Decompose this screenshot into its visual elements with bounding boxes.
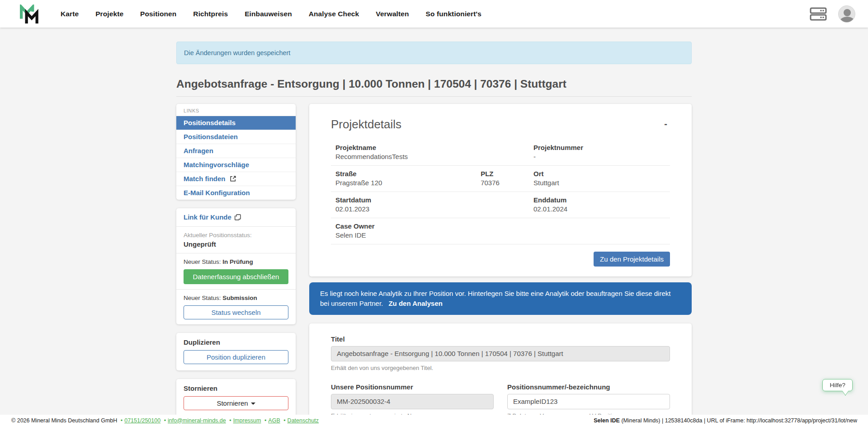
footer: © 2026 Mineral Minds Deutschland GmbH •0… [0, 415, 868, 426]
user-avatar[interactable] [838, 5, 855, 23]
sidebar-item-email-konfiguration[interactable]: E-Mail Konfiguration [176, 186, 296, 200]
mineral-minds-logo-icon[interactable] [20, 5, 41, 23]
next-status-prefix: Neuer Status: [184, 258, 222, 265]
server-stack-icon[interactable] [809, 7, 827, 21]
titel-input [331, 346, 670, 361]
footer-link-impressum[interactable]: Impressum [233, 417, 261, 424]
footer-user-name: Selen IDE [594, 417, 620, 424]
footer-link-email[interactable]: info@mineral-minds.de [168, 417, 226, 424]
avatar-head-icon [844, 9, 851, 16]
next-status-value: In Prüfung [222, 258, 253, 265]
footer-link-datenschutz[interactable]: Datenschutz [288, 417, 319, 424]
customer-link-label: Link für Kunde [184, 213, 231, 221]
field-value: Selen IDE [335, 231, 665, 239]
sidebar-item-label: Match finden [184, 175, 226, 183]
status-card: Link für Kunde Aktueller Positionsstatus… [176, 208, 296, 324]
position-number-input[interactable] [507, 394, 670, 409]
field-label: Projektnummer [533, 144, 665, 151]
avatar-body-icon [840, 17, 854, 23]
page-container: Die Änderungen wurden gespeichert Angebo… [176, 42, 692, 426]
footer-separator: • [164, 417, 166, 424]
footer-separator: • [264, 417, 266, 424]
nav-item-projekte[interactable]: Projekte [95, 10, 123, 18]
project-panel-title: Projektdetails [331, 117, 401, 131]
sidebar-item-match-finden[interactable]: Match finden [176, 172, 296, 186]
field-label: Case Owner [335, 222, 665, 230]
current-status-label: Aktueller Positionsstatus: [184, 232, 288, 239]
project-details-panel: Projektdetails - Projektname Recommendat… [309, 104, 692, 276]
project-row: Projektname RecommendationsTests Projekt… [331, 140, 670, 166]
nav-item-richtpreis[interactable]: Richtpreis [193, 10, 228, 18]
position-number-label: Positionsnummer/-bezeichnung [507, 383, 670, 391]
field-label: Projektname [335, 144, 533, 151]
next-status-line: Neuer Status: Submission [184, 295, 288, 301]
save-success-alert: Die Änderungen wurden gespeichert [176, 42, 692, 64]
footer-separator: • [229, 417, 231, 424]
external-link-icon [230, 175, 236, 182]
analytics-banner-text: Es liegt noch keine Analytik zu Ihrer Po… [320, 290, 670, 307]
alert-message: Die Änderungen wurden gespeichert [184, 49, 290, 56]
copy-icon [234, 214, 241, 221]
help-button[interactable]: Hilfe? [822, 379, 853, 391]
footer-link-agb[interactable]: AGB [268, 417, 280, 424]
field-value: - [533, 153, 665, 160]
nav-item-einbauweisen[interactable]: Einbauweisen [245, 10, 292, 18]
complete-data-entry-button[interactable]: Datenerfassung abschließen [184, 269, 288, 284]
page-title: Angebotsanfrage - Entsorgung | 10.000 To… [176, 78, 692, 97]
sidebar-item-positionsdetails[interactable]: Positionsdetails [176, 116, 296, 130]
field-value: Pragstraße 120 [335, 179, 481, 187]
field-value: RecommendationsTests [335, 153, 533, 160]
next-status-prefix: Neuer Status: [184, 295, 222, 301]
footer-separator: • [121, 417, 123, 424]
field-label: Straße [335, 170, 481, 178]
nav-item-positionen[interactable]: Positionen [140, 10, 176, 18]
sidebar-item-positionsdateien[interactable]: Positionsdateien [176, 130, 296, 144]
field-label: Ort [533, 170, 665, 178]
links-card: LINKS Positionsdetails Positionsdateien … [176, 104, 296, 200]
field-label: Enddatum [533, 196, 665, 204]
sidebar-item-anfragen[interactable]: Anfragen [176, 144, 296, 158]
main-column: Projektdetails - Projektname Recommendat… [309, 104, 692, 426]
main-nav: Karte Projekte Positionen Richtpreis Ein… [61, 10, 481, 18]
sidebar-item-label: Anfragen [184, 147, 213, 154]
nav-item-so-funktionierts[interactable]: So funktioniert's [426, 10, 481, 18]
sidebar-item-label: Matchingvorschläge [184, 161, 249, 169]
titel-label: Titel [331, 335, 670, 343]
position-form-panel: Titel Erhält den von uns vorgegebenen Ti… [309, 323, 692, 426]
field-label: PLZ [481, 170, 533, 178]
footer-left: © 2026 Mineral Minds Deutschland GmbH •0… [11, 417, 319, 424]
field-value: 02.01.2023 [335, 205, 533, 213]
sidebar-item-matchingvorschlaege[interactable]: Matchingvorschläge [176, 158, 296, 172]
cancel-button-label: Stornieren [217, 399, 248, 407]
field-value: 02.01.2024 [533, 205, 665, 213]
footer-link-phone[interactable]: 07151/250100 [124, 417, 160, 424]
cancel-card: Stornieren Stornieren [176, 379, 296, 417]
current-status-value: Ungeprüft [184, 240, 288, 248]
duplicate-position-button[interactable]: Position duplizieren [184, 350, 288, 364]
project-row: Straße Pragstraße 120 PLZ 70376 Ort Stut… [331, 166, 670, 192]
duplicate-header: Duplizieren [184, 338, 288, 346]
nav-item-verwalten[interactable]: Verwalten [376, 10, 409, 18]
duplicate-card: Duplizieren Position duplizieren [176, 333, 296, 370]
footer-copyright: © 2026 Mineral Minds Deutschland GmbH [11, 417, 117, 424]
collapse-panel-button[interactable]: - [661, 117, 670, 130]
app-header: Karte Projekte Positionen Richtpreis Ein… [0, 0, 868, 28]
our-position-number-label: Unsere Positionsnummer [331, 383, 494, 391]
sidebar: LINKS Positionsdetails Positionsdateien … [176, 104, 296, 417]
field-label: Startdatum [335, 196, 533, 204]
field-value: Stuttgart [533, 179, 665, 187]
cancel-dropdown-button[interactable]: Stornieren [184, 396, 288, 410]
go-to-project-details-button[interactable]: Zu den Projektdetails [594, 252, 670, 267]
nav-item-karte[interactable]: Karte [61, 10, 79, 18]
nav-item-analyse-check[interactable]: Analyse Check [309, 10, 359, 18]
customer-link[interactable]: Link für Kunde [184, 213, 241, 221]
sidebar-item-label: Positionsdateien [184, 133, 238, 140]
change-status-button[interactable]: Status wechseln [184, 305, 288, 319]
field-value: 70376 [481, 179, 533, 187]
titel-help-text: Erhält den von uns vorgegebenen Titel. [331, 365, 670, 371]
footer-session-info: Selen IDE (Mineral Minds) | 12538140c8da… [594, 417, 857, 424]
cancel-header: Stornieren [184, 384, 288, 392]
sidebar-item-label: E-Mail Konfiguration [184, 189, 250, 197]
go-to-analyses-link[interactable]: Zu den Analysen [388, 300, 442, 307]
header-actions [809, 5, 855, 23]
